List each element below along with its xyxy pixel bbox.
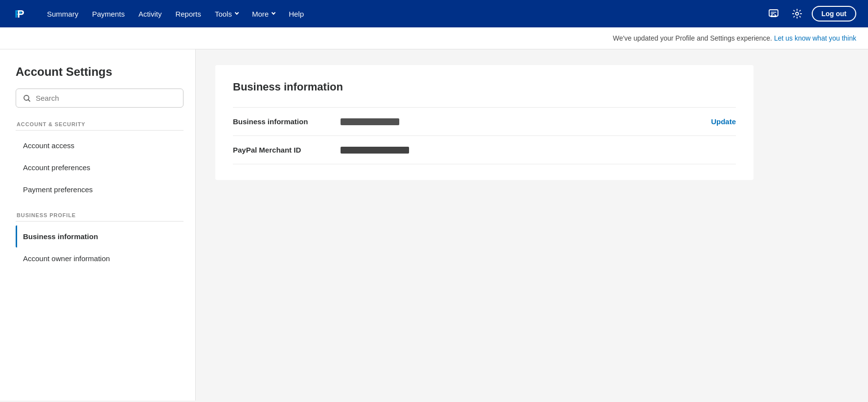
merchant-id-label: PayPal Merchant ID (233, 146, 341, 154)
nav-help[interactable]: Help (283, 6, 310, 22)
search-box[interactable] (16, 89, 183, 108)
sidebar-item-account-access[interactable]: Account access (16, 134, 183, 156)
business-info-row: Business information Update (233, 107, 736, 136)
notification-bar: We've updated your Profile and Settings … (0, 27, 868, 49)
nav-more[interactable]: More (246, 6, 281, 22)
page-title: Business information (233, 81, 736, 93)
notification-link[interactable]: Let us know what you think (774, 34, 856, 42)
page-layout: Account Settings ACCOUNT & SECURITY Acco… (0, 49, 868, 401)
search-icon (23, 94, 31, 102)
sidebar: Account Settings ACCOUNT & SECURITY Acco… (0, 49, 196, 401)
nav-links: Summary Payments Activity Reports Tools … (41, 6, 765, 22)
sidebar-item-business-information[interactable]: Business information (16, 225, 183, 247)
svg-point-4 (796, 12, 799, 15)
nav-summary[interactable]: Summary (41, 6, 84, 22)
settings-button[interactable] (788, 5, 806, 22)
sidebar-divider-1 (16, 130, 183, 131)
search-input[interactable] (36, 94, 176, 102)
logout-button[interactable]: Log out (812, 6, 856, 22)
messages-button[interactable] (765, 5, 782, 22)
sidebar-divider-2 (16, 221, 183, 222)
content-card: Business information Business informatio… (215, 65, 754, 180)
merchant-id-row: PayPal Merchant ID (233, 136, 736, 164)
top-nav: P P Summary Payments Activity Reports To… (0, 0, 868, 27)
main-content: Business information Business informatio… (196, 49, 868, 401)
sidebar-item-payment-preferences[interactable]: Payment preferences (16, 179, 183, 201)
sidebar-section-business-profile: BUSINESS PROFILE Business information Ac… (16, 212, 183, 269)
svg-line-6 (28, 99, 30, 101)
sidebar-section-label-account: ACCOUNT & SECURITY (16, 121, 183, 127)
nav-reports[interactable]: Reports (169, 6, 207, 22)
nav-tools[interactable]: Tools (209, 6, 244, 22)
merchant-id-redacted (341, 147, 409, 154)
notification-text: We've updated your Profile and Settings … (613, 34, 772, 42)
nav-payments[interactable]: Payments (86, 6, 131, 22)
business-info-redacted (341, 118, 399, 125)
merchant-id-value (341, 147, 736, 154)
business-info-label: Business information (233, 117, 341, 126)
sidebar-item-account-preferences[interactable]: Account preferences (16, 156, 183, 179)
sidebar-section-account-security: ACCOUNT & SECURITY Account access Accoun… (16, 121, 183, 201)
nav-logo[interactable]: P P (12, 6, 27, 22)
sidebar-title: Account Settings (16, 65, 183, 79)
svg-rect-3 (769, 10, 778, 16)
svg-text:P: P (17, 8, 24, 20)
business-info-value (341, 118, 711, 125)
nav-right: Log out (765, 5, 856, 22)
business-info-update-button[interactable]: Update (711, 117, 736, 126)
nav-activity[interactable]: Activity (133, 6, 168, 22)
sidebar-item-account-owner[interactable]: Account owner information (16, 247, 183, 269)
sidebar-section-label-business: BUSINESS PROFILE (16, 212, 183, 218)
